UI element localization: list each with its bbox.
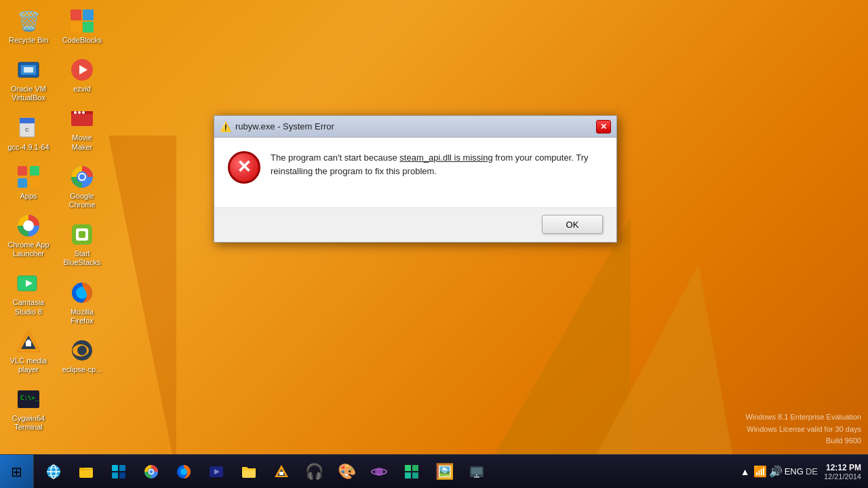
error-icon-container: ✕: [228, 151, 260, 184]
taskbar-vlc[interactable]: [267, 457, 296, 487]
desktop-icon-area: 🗑️ Recycle Bin Oracle VMVirtualBox C: [3, 3, 104, 436]
taskbar-mediaplayer[interactable]: [201, 457, 231, 487]
error-icon-circle: ✕: [228, 151, 260, 184]
gcc-icon: C: [15, 115, 42, 142]
taskbar-ie[interactable]: [39, 457, 68, 487]
moviemaker-label: Movie Maker: [61, 134, 103, 151]
dialog-title-left: ⚠️ rubyw.exe - System Error: [220, 121, 334, 132]
chrome-launcher-icon: [15, 212, 42, 239]
desktop-icon-codeblocks[interactable]: CodeBlocks: [58, 5, 106, 47]
tray-lang: ENG: [785, 466, 804, 476]
decoration-left: [108, 136, 176, 474]
dialog-close-button[interactable]: ✕: [596, 120, 611, 134]
ezvid-icon: [68, 56, 96, 83]
camtasia-label: CamtasiaStudio 8: [13, 298, 44, 316]
svg-text:C: C: [25, 127, 29, 133]
ok-button[interactable]: OK: [542, 215, 603, 234]
taskbar-grid[interactable]: [397, 457, 427, 487]
error-x-symbol: ✕: [237, 158, 252, 176]
tray-network-icon: 📶: [753, 465, 767, 478]
desktop-icon-bluestacks[interactable]: StartBlueStacks: [58, 218, 106, 270]
start-icon: ⊞: [11, 464, 22, 480]
codeblocks-icon: [68, 7, 96, 35]
svg-point-43: [77, 346, 87, 355]
eclipse-label: eclipse-cp...: [62, 365, 102, 374]
moviemaker-icon: [68, 105, 96, 132]
google-chrome-label: Google Chrome: [61, 192, 103, 209]
cygwin-icon: C:\>_: [15, 386, 42, 413]
desktop-icon-ezvid[interactable]: ezvid: [58, 54, 106, 96]
dialog-message: The program can't start because steam_ap…: [271, 151, 603, 178]
bluestacks-label: StartBlueStacks: [63, 249, 100, 267]
svg-rect-4: [20, 118, 35, 123]
start-button[interactable]: ⊞: [0, 455, 34, 489]
ezvid-label: ezvid: [73, 85, 91, 94]
svg-point-34: [79, 174, 85, 180]
watermark-line1: Windows 8.1 Enterprise Evaluation: [745, 411, 861, 424]
vlc-label: VLC mediaplayer: [10, 357, 47, 374]
tray-volume-icon[interactable]: 🔊: [769, 465, 783, 478]
taskbar-store[interactable]: [104, 457, 134, 487]
tray-expand[interactable]: ▲: [741, 466, 750, 477]
taskbar: ⊞: [0, 454, 868, 488]
dialog-title-icon: ⚠️: [220, 121, 231, 132]
codeblocks-label: CodeBlocks: [62, 36, 102, 45]
desktop-icon-oracle-vm[interactable]: Oracle VMVirtualBox: [5, 54, 52, 105]
svg-rect-6: [18, 166, 27, 176]
dialog-body: ✕ The program can't start because steam_…: [214, 138, 616, 207]
desktop-icon-chrome-launcher[interactable]: Chrome AppLauncher: [5, 209, 52, 261]
desktop-icon-apps[interactable]: Apps: [5, 161, 52, 203]
vlc-icon: [15, 328, 42, 355]
desktop-icon-cygwin[interactable]: C:\>_ Cygwin64Terminal: [5, 383, 52, 434]
desktop-icon-vlc[interactable]: VLC mediaplayer: [5, 325, 52, 377]
svg-rect-2: [24, 67, 33, 73]
svg-point-29: [74, 111, 77, 114]
taskbar-app1[interactable]: [364, 457, 394, 487]
camtasia-icon: [15, 270, 42, 297]
svg-point-40: [79, 289, 85, 296]
watermark-line3: Build 9600: [745, 435, 861, 447]
recycle-bin-label: Recycle Bin: [9, 36, 48, 45]
windows-watermark: Windows 8.1 Enterprise Evaluation Window…: [745, 411, 861, 447]
decoration-shape2: [597, 264, 732, 454]
svg-rect-67: [412, 465, 418, 471]
taskbar-folder[interactable]: [234, 457, 264, 487]
firefox-icon: [68, 279, 96, 306]
svg-rect-21: [71, 9, 81, 20]
firefox-label: MozillaFirefox: [71, 308, 94, 325]
svg-rect-51: [112, 472, 118, 479]
svg-point-57: [180, 468, 187, 475]
system-tray: ▲ 📶 🔊 ENG DE 12:12 PM 12/21/2014: [734, 463, 868, 481]
taskbar-network[interactable]: [462, 457, 492, 487]
taskbar-headphones[interactable]: 🎧: [299, 457, 329, 487]
taskbar-explorer[interactable]: [71, 457, 101, 487]
oracle-vm-label: Oracle VMVirtualBox: [11, 85, 46, 102]
desktop-icon-google-chrome[interactable]: Google Chrome: [58, 161, 106, 212]
taskbar-chrome[interactable]: [136, 457, 166, 487]
desktop-icon-eclipse[interactable]: eclipse-cp...: [58, 334, 106, 377]
tray-region: DE: [806, 466, 818, 476]
desktop-icon-camtasia[interactable]: CamtasiaStudio 8: [5, 267, 52, 319]
desktop-icon-firefox[interactable]: MozillaFirefox: [58, 277, 106, 328]
desktop-icon-gcc[interactable]: C gcc-4.9.1-64: [5, 112, 52, 155]
desktop-icon-recycle-bin[interactable]: 🗑️ Recycle Bin: [5, 5, 52, 47]
svg-rect-69: [412, 472, 418, 479]
svg-rect-50: [119, 465, 125, 471]
svg-point-31: [82, 111, 85, 114]
svg-rect-48: [79, 468, 85, 470]
dialog-footer: OK: [214, 207, 616, 242]
dialog-titlebar: ⚠️ rubyw.exe - System Error ✕: [214, 116, 616, 138]
message-part1: The program can't start because: [271, 152, 399, 163]
svg-rect-7: [30, 166, 39, 176]
taskbar-photos[interactable]: 🖼️: [429, 457, 459, 487]
svg-rect-68: [405, 472, 411, 479]
dialog-content: ✕ The program can't start because steam_…: [228, 151, 603, 184]
taskbar-paint[interactable]: 🎨: [332, 457, 361, 487]
cygwin-label: Cygwin64Terminal: [12, 414, 45, 432]
error-dialog: ⚠️ rubyw.exe - System Error ✕ ✕ The prog…: [214, 115, 617, 243]
svg-rect-52: [119, 472, 125, 479]
svg-rect-18: [27, 340, 30, 342]
desktop-icon-moviemaker[interactable]: Movie Maker: [58, 102, 106, 154]
svg-point-30: [78, 111, 81, 114]
taskbar-firefox[interactable]: [169, 457, 199, 487]
